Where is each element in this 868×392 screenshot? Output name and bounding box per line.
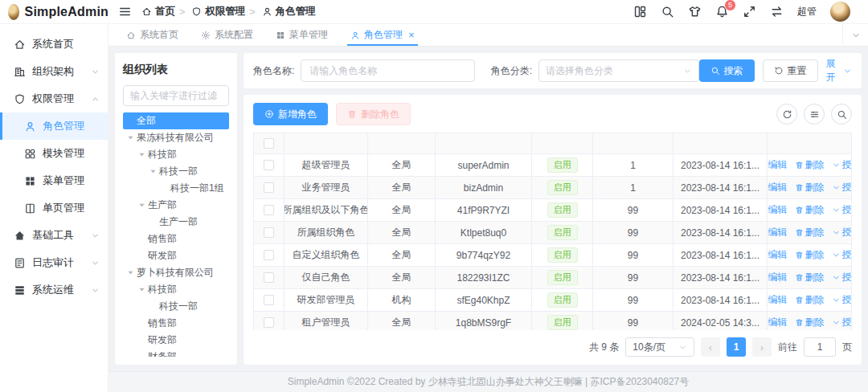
search-button[interactable] [661, 5, 674, 18]
delete-role-button[interactable]: 删除角色 [336, 103, 411, 125]
tree-node[interactable]: 销售部 [123, 231, 229, 247]
edit-button[interactable]: 编辑 [768, 271, 788, 284]
edit-button[interactable]: 编辑 [768, 293, 788, 307]
prev-page-button[interactable]: ‹ [701, 337, 720, 357]
org-filter-input[interactable] [123, 85, 229, 106]
row-checkbox[interactable] [264, 272, 274, 283]
tree-node[interactable]: 萝卜科技有限公司 [123, 264, 229, 281]
search-button[interactable] [831, 104, 852, 125]
row-checkbox[interactable] [264, 182, 274, 193]
tree-node[interactable]: 果冻科技有限公司 [123, 129, 229, 146]
tree-node[interactable]: 生产一部 [123, 214, 229, 231]
row-checkbox[interactable] [264, 205, 274, 215]
authorize-button[interactable]: 授权 [832, 181, 852, 194]
tshirt-button[interactable] [688, 5, 702, 18]
page-size-select[interactable]: 10条/页 [625, 337, 694, 357]
sidebar-item[interactable]: 系统首页 [0, 31, 108, 58]
row-checkbox[interactable] [264, 227, 274, 238]
edit-button[interactable]: 编辑 [768, 316, 788, 329]
work-area: 组织列表 全部 果冻科技有限公司 科技部 [108, 47, 868, 371]
edit-button[interactable]: 编辑 [768, 226, 788, 239]
role-name-input[interactable] [301, 59, 474, 82]
edit-button[interactable]: 编辑 [768, 158, 788, 172]
collapse-sidebar-icon[interactable] [118, 5, 132, 18]
bell-button[interactable]: 5 [715, 5, 729, 18]
delete-button[interactable]: 删除 [795, 158, 825, 172]
sidebar-item[interactable]: 日志审计 [0, 249, 108, 276]
tree-node[interactable]: 销售部 [123, 315, 229, 332]
authorize-button[interactable]: 授权 [832, 158, 852, 172]
tree-node[interactable]: 全部 [123, 112, 229, 129]
authorize-button[interactable]: 授权 [832, 271, 852, 284]
tab[interactable]: 系统配置 × [190, 24, 264, 46]
breadcrumb-item[interactable]: 首页 > [141, 5, 186, 18]
next-page-button[interactable]: › [752, 337, 772, 357]
tree-node[interactable]: 研发部 [123, 332, 229, 349]
current-user-label[interactable]: 超管 [797, 5, 817, 18]
breadcrumb-item[interactable]: 角色管理 > [262, 5, 316, 18]
edit-button[interactable]: 编辑 [768, 181, 788, 194]
column-header [532, 133, 593, 154]
tree-node[interactable]: 科技部 [123, 281, 229, 298]
authorize-button[interactable]: 授权 [832, 248, 852, 262]
tree-node[interactable]: 科技部 [123, 146, 229, 163]
tab[interactable]: 角色管理 × [339, 24, 426, 46]
sidebar-item[interactable]: 基础工具 [0, 222, 108, 249]
layout-button[interactable] [633, 5, 647, 18]
authorize-button[interactable]: 授权 [832, 203, 852, 217]
breadcrumb-item[interactable]: 权限管理 > [191, 5, 256, 18]
search-button[interactable]: 搜索 [699, 59, 755, 82]
tab-close-icon[interactable]: × [408, 30, 415, 40]
row-checkbox[interactable] [264, 250, 274, 260]
tab[interactable]: 菜单管理 × [264, 24, 339, 46]
edit-button[interactable]: 编辑 [768, 248, 788, 262]
delete-button[interactable]: 删除 [795, 203, 825, 217]
authorize-button[interactable]: 授权 [832, 293, 852, 307]
reset-button[interactable]: 重置 [763, 59, 818, 82]
role-category-select[interactable]: 请选择角色分类 [538, 59, 699, 82]
sidebar-item[interactable]: 模块管理 [0, 140, 108, 167]
sidebar-item[interactable]: 角色管理 [0, 112, 108, 140]
delete-button[interactable]: 删除 [795, 316, 825, 329]
role-category-cell: 全局 [368, 267, 436, 289]
row-checkbox[interactable] [264, 160, 274, 170]
sidebar-item[interactable]: 单页管理 [0, 194, 108, 222]
tree-node[interactable]: 科技一部1组 [123, 180, 229, 197]
created-time-cell: 2023-08-14 16:1... [674, 289, 768, 312]
user-avatar[interactable] [830, 2, 850, 22]
tab[interactable]: 系统首页 × [115, 24, 190, 46]
sidebar-item[interactable]: 菜单管理 [0, 167, 108, 194]
tree-node[interactable]: 财务部 [123, 349, 229, 357]
tree-node[interactable]: 科技一部 [123, 298, 229, 315]
sidebar-item[interactable]: 权限管理 [0, 85, 108, 112]
created-time-cell: 2023-08-14 16:1... [674, 199, 768, 222]
authorize-button[interactable]: 授权 [832, 226, 852, 239]
expand-toggle[interactable]: 展开 [826, 57, 852, 84]
add-role-button[interactable]: 新增角色 [253, 103, 328, 125]
delete-button[interactable]: 删除 [795, 248, 825, 262]
sidebar-item[interactable]: 系统运维 [0, 276, 108, 304]
actions-cell: 编辑 删除 [768, 177, 851, 199]
delete-button[interactable]: 删除 [795, 181, 825, 194]
fullscreen-button[interactable] [743, 5, 756, 18]
tree-node[interactable]: 生产部 [123, 197, 229, 214]
row-checkbox[interactable] [264, 317, 274, 328]
delete-button[interactable]: 删除 [795, 226, 825, 239]
columns-button[interactable] [804, 104, 825, 125]
tree-node[interactable]: 科技一部 [123, 163, 229, 180]
tabs-overflow-button[interactable] [842, 24, 868, 46]
select-all-checkbox[interactable] [264, 138, 274, 149]
authorize-button[interactable]: 授权 [832, 316, 852, 329]
tree-node[interactable]: 研发部 [123, 247, 229, 264]
role-code-cell: 1q8bMS9rgF [436, 312, 532, 330]
edit-button[interactable]: 编辑 [768, 203, 788, 217]
goto-page-input[interactable] [804, 337, 836, 357]
delete-button[interactable]: 删除 [795, 271, 825, 284]
delete-button[interactable]: 删除 [795, 293, 825, 307]
swap-button[interactable] [770, 5, 784, 18]
sidebar-item[interactable]: 组织架构 [0, 58, 108, 85]
refresh-button[interactable] [776, 104, 797, 125]
row-checkbox[interactable] [264, 295, 274, 305]
role-table-card: 新增角色 删除角色 [244, 95, 862, 365]
page-number-button[interactable]: 1 [727, 337, 746, 357]
